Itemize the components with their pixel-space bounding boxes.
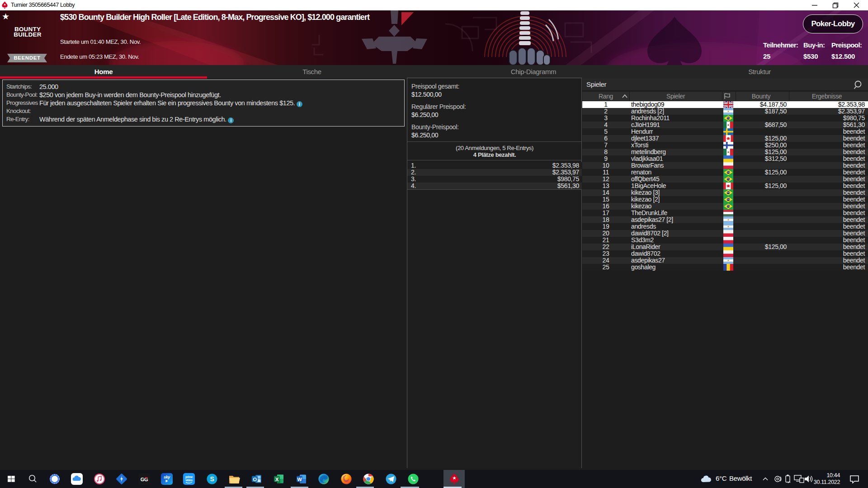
svg-text:O: O xyxy=(253,477,257,482)
svg-text:X: X xyxy=(275,477,279,482)
svg-text:video: video xyxy=(185,479,193,482)
svg-text:sky: sky xyxy=(164,475,170,479)
svg-text:W: W xyxy=(297,477,302,482)
svg-text:S: S xyxy=(210,475,214,483)
